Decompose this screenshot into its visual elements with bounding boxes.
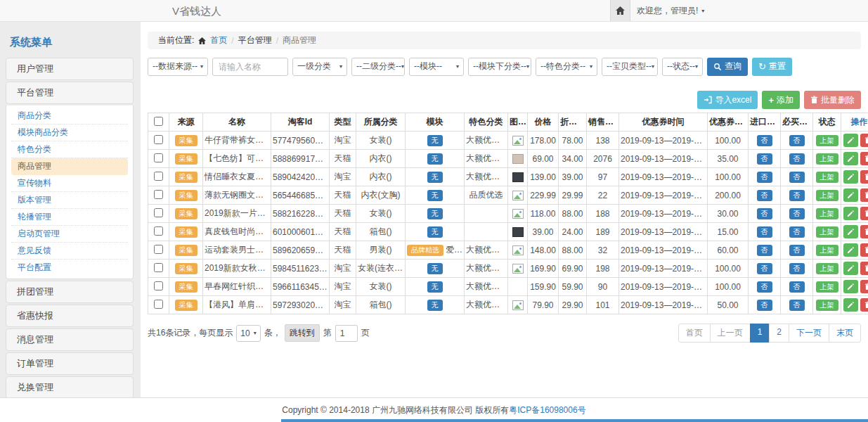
row-checkbox[interactable] — [154, 245, 163, 254]
import-select-badge[interactable]: 否 — [757, 208, 772, 219]
status-badge[interactable]: 上架 — [816, 245, 838, 256]
must-buy-badge[interactable]: 否 — [789, 300, 805, 311]
import-select-badge[interactable]: 否 — [757, 281, 772, 293]
filter-select[interactable]: 一级分类▾ — [292, 58, 347, 76]
edit-button[interactable] — [843, 298, 858, 312]
row-checkbox[interactable] — [154, 172, 163, 181]
search-button[interactable]: 查询 — [707, 58, 748, 76]
sidebar-group[interactable]: 消息管理 — [6, 328, 134, 351]
edit-button[interactable] — [843, 262, 858, 275]
status-badge[interactable]: 上架 — [816, 226, 838, 238]
import-select-badge[interactable]: 否 — [757, 226, 772, 238]
filter-select[interactable]: --模块下分类--▾ — [468, 58, 531, 76]
edit-button[interactable] — [843, 225, 858, 238]
row-checkbox[interactable] — [154, 135, 163, 144]
status-badge[interactable]: 上架 — [816, 208, 838, 219]
must-buy-badge[interactable]: 否 — [789, 153, 805, 165]
pager-button[interactable]: 末页 — [829, 324, 861, 343]
edit-button[interactable] — [843, 134, 858, 147]
page-number-input[interactable] — [335, 325, 358, 342]
delete-button[interactable] — [860, 225, 868, 238]
must-buy-badge[interactable]: 否 — [789, 263, 805, 274]
delete-button[interactable] — [860, 280, 868, 293]
filter-select[interactable]: --模块--▾ — [409, 58, 464, 76]
sidebar-group[interactable]: 兑换管理 — [6, 376, 134, 399]
edit-button[interactable] — [843, 280, 858, 293]
delete-button[interactable] — [860, 152, 868, 165]
sidebar-group[interactable]: 平台管理 — [6, 82, 134, 104]
sidebar-group[interactable]: 用户管理 — [6, 58, 134, 80]
edit-button[interactable] — [843, 170, 858, 184]
filter-select[interactable]: --二级分类--▾ — [351, 58, 405, 76]
status-badge[interactable]: 上架 — [816, 190, 838, 201]
delete-button[interactable] — [860, 170, 868, 184]
name-search-input[interactable] — [212, 58, 288, 76]
delete-button[interactable] — [860, 262, 868, 275]
import-select-badge[interactable]: 否 — [757, 190, 772, 201]
user-menu[interactable]: 欢迎您，管理员! ▾ — [637, 0, 704, 21]
delete-button[interactable] — [860, 243, 868, 257]
row-checkbox[interactable] — [154, 208, 163, 217]
must-buy-badge[interactable]: 否 — [789, 135, 805, 146]
must-buy-badge[interactable]: 否 — [789, 208, 805, 219]
sidebar-item[interactable]: 版本管理 — [11, 192, 128, 209]
must-buy-badge[interactable]: 否 — [789, 226, 805, 238]
status-badge[interactable]: 上架 — [816, 281, 838, 293]
must-buy-badge[interactable]: 否 — [789, 190, 805, 201]
sidebar-item[interactable]: 模块商品分类 — [11, 124, 128, 141]
sidebar-item[interactable]: 商品管理 — [11, 158, 128, 175]
must-buy-badge[interactable]: 否 — [789, 172, 805, 183]
breadcrumb-home-link[interactable]: 首页 — [210, 34, 227, 46]
must-buy-badge[interactable]: 否 — [789, 281, 805, 293]
status-badge[interactable]: 上架 — [816, 153, 838, 165]
import-select-badge[interactable]: 否 — [757, 172, 772, 183]
status-badge[interactable]: 上架 — [816, 172, 838, 183]
row-checkbox[interactable] — [154, 226, 163, 236]
delete-button[interactable] — [860, 207, 868, 220]
edit-button[interactable] — [843, 243, 858, 257]
sidebar-item[interactable]: 平台配置 — [11, 260, 128, 276]
delete-button[interactable] — [860, 188, 868, 202]
pager-button[interactable]: 上一页 — [710, 324, 751, 343]
sidebar-item[interactable]: 轮播管理 — [11, 209, 128, 226]
delete-button[interactable] — [860, 134, 868, 147]
jump-button[interactable]: 跳转到 — [285, 324, 320, 342]
import-select-badge[interactable]: 否 — [757, 263, 772, 274]
sidebar-group[interactable]: 省惠快报 — [6, 305, 134, 327]
edit-button[interactable] — [843, 188, 858, 202]
import-select-badge[interactable]: 否 — [757, 245, 772, 256]
batch-delete-button[interactable]: 批量删除 — [804, 91, 861, 109]
filter-select[interactable]: --状态--▾ — [662, 58, 703, 76]
sidebar-item[interactable]: 意见反馈 — [11, 243, 128, 260]
row-checkbox[interactable] — [154, 153, 163, 162]
pager-button[interactable]: 2 — [769, 324, 789, 343]
filter-select[interactable]: --特色分类--▾ — [536, 58, 597, 76]
import-excel-button[interactable]: 导入excel — [697, 91, 758, 109]
status-badge[interactable]: 上架 — [816, 300, 838, 311]
pager-button[interactable]: 下一页 — [789, 324, 829, 343]
sidebar-item[interactable]: 商品分类 — [11, 108, 128, 124]
sidebar-group[interactable]: 拼团管理 — [6, 281, 134, 303]
sidebar-item[interactable]: 宣传物料 — [11, 175, 128, 192]
import-select-badge[interactable]: 否 — [757, 300, 772, 311]
import-select-badge[interactable]: 否 — [757, 153, 772, 165]
pager-button[interactable]: 首页 — [678, 324, 711, 343]
delete-button[interactable] — [860, 298, 868, 312]
icp-link[interactable]: 粤ICP备16098006号 — [509, 404, 585, 416]
filter-select[interactable]: --数据来源--▾ — [148, 58, 208, 76]
edit-button[interactable] — [843, 207, 858, 220]
sidebar-group[interactable]: 订单管理 — [6, 352, 134, 375]
add-button[interactable]: + 添加 — [762, 91, 800, 109]
filter-select[interactable]: --宝贝类型--▾ — [602, 58, 658, 76]
page-size-select[interactable]: 10 ▾ — [236, 325, 260, 342]
row-checkbox[interactable] — [154, 263, 163, 272]
home-button[interactable] — [610, 0, 630, 21]
edit-button[interactable] — [843, 152, 858, 165]
import-select-badge[interactable]: 否 — [757, 135, 772, 146]
pager-button[interactable]: 1 — [750, 324, 770, 343]
status-badge[interactable]: 上架 — [816, 135, 838, 146]
sidebar-item[interactable]: 启动页管理 — [11, 226, 128, 243]
row-checkbox[interactable] — [154, 281, 163, 290]
row-checkbox[interactable] — [154, 190, 163, 199]
must-buy-badge[interactable]: 否 — [789, 245, 805, 256]
